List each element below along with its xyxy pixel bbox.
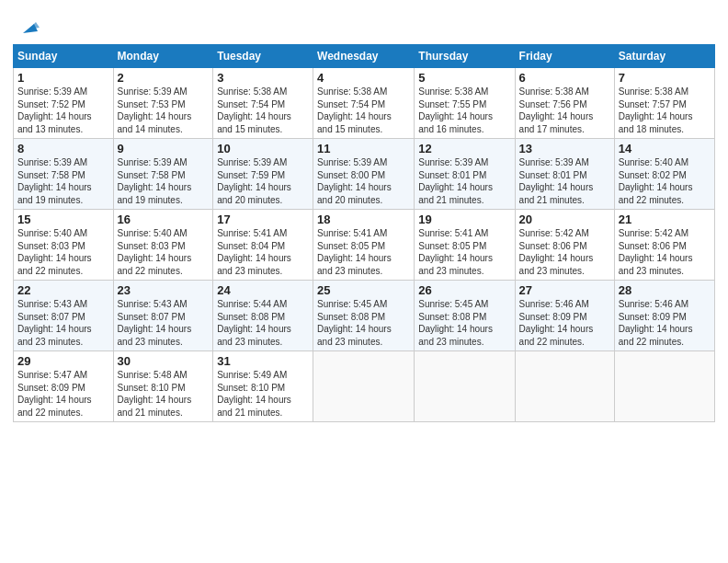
calendar-cell: 30Sunrise: 5:48 AM Sunset: 8:10 PM Dayli… (113, 351, 213, 422)
day-number: 24 (217, 283, 309, 297)
calendar-cell: 9Sunrise: 5:39 AM Sunset: 7:58 PM Daylig… (113, 139, 213, 210)
calendar-cell: 15Sunrise: 5:40 AM Sunset: 8:03 PM Dayli… (14, 210, 114, 281)
calendar-cell: 25Sunrise: 5:45 AM Sunset: 8:08 PM Dayli… (313, 281, 415, 351)
day-info: Sunrise: 5:46 AM Sunset: 8:09 PM Dayligh… (619, 298, 711, 348)
day-number: 16 (118, 213, 210, 226)
calendar-cell (313, 351, 415, 422)
day-number: 9 (118, 142, 210, 155)
calendar-cell: 22Sunrise: 5:43 AM Sunset: 8:07 PM Dayli… (14, 281, 114, 351)
day-number: 20 (519, 213, 610, 226)
calendar-week-row: 22Sunrise: 5:43 AM Sunset: 8:07 PM Dayli… (14, 281, 715, 351)
day-info: Sunrise: 5:47 AM Sunset: 8:09 PM Dayligh… (17, 369, 109, 419)
svg-marker-1 (28, 22, 40, 29)
day-info: Sunrise: 5:40 AM Sunset: 8:03 PM Dayligh… (118, 227, 210, 277)
day-info: Sunrise: 5:38 AM Sunset: 7:56 PM Dayligh… (519, 86, 610, 135)
day-number: 1 (17, 71, 109, 85)
day-info: Sunrise: 5:39 AM Sunset: 7:58 PM Dayligh… (17, 156, 109, 206)
day-info: Sunrise: 5:49 AM Sunset: 8:10 PM Dayligh… (217, 369, 309, 419)
day-number: 27 (519, 283, 610, 297)
day-number: 29 (17, 354, 109, 368)
calendar-cell: 2Sunrise: 5:39 AM Sunset: 7:53 PM Daylig… (113, 68, 213, 139)
day-number: 8 (17, 142, 109, 155)
header (13, 9, 715, 39)
day-info: Sunrise: 5:39 AM Sunset: 7:58 PM Dayligh… (118, 156, 210, 206)
day-number: 4 (317, 71, 410, 85)
calendar-cell: 1Sunrise: 5:39 AM Sunset: 7:52 PM Daylig… (14, 68, 114, 139)
day-info: Sunrise: 5:48 AM Sunset: 8:10 PM Dayligh… (118, 369, 210, 419)
calendar-cell: 19Sunrise: 5:41 AM Sunset: 8:05 PM Dayli… (415, 210, 515, 281)
calendar-week-row: 29Sunrise: 5:47 AM Sunset: 8:09 PM Dayli… (14, 351, 715, 422)
day-info: Sunrise: 5:38 AM Sunset: 7:54 PM Dayligh… (317, 86, 410, 135)
weekday-header: Thursday (415, 45, 515, 68)
calendar-cell: 4Sunrise: 5:38 AM Sunset: 7:54 PM Daylig… (313, 68, 415, 139)
day-number: 22 (17, 283, 109, 297)
calendar-cell: 23Sunrise: 5:43 AM Sunset: 8:07 PM Dayli… (113, 281, 213, 351)
day-info: Sunrise: 5:43 AM Sunset: 8:07 PM Dayligh… (118, 298, 210, 348)
day-info: Sunrise: 5:43 AM Sunset: 8:07 PM Dayligh… (17, 298, 109, 348)
day-info: Sunrise: 5:39 AM Sunset: 8:01 PM Dayligh… (519, 156, 610, 206)
weekday-header: Monday (113, 45, 213, 68)
calendar-cell: 11Sunrise: 5:39 AM Sunset: 8:00 PM Dayli… (313, 139, 415, 210)
day-info: Sunrise: 5:44 AM Sunset: 8:08 PM Dayligh… (217, 298, 309, 348)
calendar-cell: 17Sunrise: 5:41 AM Sunset: 8:04 PM Dayli… (213, 210, 313, 281)
day-info: Sunrise: 5:40 AM Sunset: 8:03 PM Dayligh… (17, 227, 109, 277)
calendar-week-row: 15Sunrise: 5:40 AM Sunset: 8:03 PM Dayli… (14, 210, 715, 281)
day-info: Sunrise: 5:46 AM Sunset: 8:09 PM Dayligh… (519, 298, 610, 348)
day-info: Sunrise: 5:42 AM Sunset: 8:06 PM Dayligh… (519, 227, 610, 277)
calendar-cell: 12Sunrise: 5:39 AM Sunset: 8:01 PM Dayli… (415, 139, 515, 210)
weekday-header: Sunday (14, 45, 114, 68)
day-number: 21 (619, 213, 711, 226)
day-number: 30 (118, 354, 210, 368)
logo-icon (16, 15, 40, 39)
day-number: 12 (418, 142, 510, 155)
day-info: Sunrise: 5:45 AM Sunset: 8:08 PM Dayligh… (317, 298, 410, 348)
day-number: 17 (217, 213, 309, 226)
calendar-cell: 24Sunrise: 5:44 AM Sunset: 8:08 PM Dayli… (213, 281, 313, 351)
day-info: Sunrise: 5:41 AM Sunset: 8:05 PM Dayligh… (418, 227, 510, 277)
day-info: Sunrise: 5:41 AM Sunset: 8:05 PM Dayligh… (317, 227, 410, 277)
calendar-cell: 13Sunrise: 5:39 AM Sunset: 8:01 PM Dayli… (515, 139, 614, 210)
day-info: Sunrise: 5:41 AM Sunset: 8:04 PM Dayligh… (217, 227, 309, 277)
calendar-cell: 16Sunrise: 5:40 AM Sunset: 8:03 PM Dayli… (113, 210, 213, 281)
calendar-cell (415, 351, 515, 422)
calendar-cell: 28Sunrise: 5:46 AM Sunset: 8:09 PM Dayli… (614, 281, 714, 351)
day-number: 10 (217, 142, 309, 155)
calendar-cell: 5Sunrise: 5:38 AM Sunset: 7:55 PM Daylig… (415, 68, 515, 139)
day-info: Sunrise: 5:45 AM Sunset: 8:08 PM Dayligh… (418, 298, 510, 348)
calendar-cell: 29Sunrise: 5:47 AM Sunset: 8:09 PM Dayli… (14, 351, 114, 422)
day-number: 28 (619, 283, 711, 297)
day-number: 26 (418, 283, 510, 297)
day-info: Sunrise: 5:39 AM Sunset: 7:52 PM Dayligh… (17, 86, 109, 135)
calendar-cell: 18Sunrise: 5:41 AM Sunset: 8:05 PM Dayli… (313, 210, 415, 281)
weekday-header: Saturday (614, 45, 714, 68)
day-info: Sunrise: 5:39 AM Sunset: 8:00 PM Dayligh… (317, 156, 410, 206)
day-number: 13 (519, 142, 610, 155)
day-info: Sunrise: 5:39 AM Sunset: 7:53 PM Dayligh… (118, 86, 210, 135)
day-info: Sunrise: 5:39 AM Sunset: 8:01 PM Dayligh… (418, 156, 510, 206)
page: SundayMondayTuesdayWednesdayThursdayFrid… (0, 0, 728, 563)
calendar-cell: 14Sunrise: 5:40 AM Sunset: 8:02 PM Dayli… (614, 139, 714, 210)
day-number: 25 (317, 283, 410, 297)
calendar-week-row: 1Sunrise: 5:39 AM Sunset: 7:52 PM Daylig… (14, 68, 715, 139)
calendar-cell: 20Sunrise: 5:42 AM Sunset: 8:06 PM Dayli… (515, 210, 614, 281)
calendar-header-row: SundayMondayTuesdayWednesdayThursdayFrid… (14, 45, 715, 68)
calendar-cell: 31Sunrise: 5:49 AM Sunset: 8:10 PM Dayli… (213, 351, 313, 422)
day-number: 31 (217, 354, 309, 368)
day-info: Sunrise: 5:38 AM Sunset: 7:54 PM Dayligh… (217, 86, 309, 135)
day-info: Sunrise: 5:40 AM Sunset: 8:02 PM Dayligh… (619, 156, 711, 206)
weekday-header: Friday (515, 45, 614, 68)
day-number: 7 (619, 71, 711, 85)
day-info: Sunrise: 5:38 AM Sunset: 7:57 PM Dayligh… (619, 86, 711, 135)
calendar-cell: 27Sunrise: 5:46 AM Sunset: 8:09 PM Dayli… (515, 281, 614, 351)
day-number: 5 (418, 71, 510, 85)
day-number: 18 (317, 213, 410, 226)
weekday-header: Tuesday (213, 45, 313, 68)
day-number: 2 (118, 71, 210, 85)
logo-area (13, 13, 40, 39)
calendar-cell (614, 351, 714, 422)
calendar-cell: 6Sunrise: 5:38 AM Sunset: 7:56 PM Daylig… (515, 68, 614, 139)
calendar-cell: 8Sunrise: 5:39 AM Sunset: 7:58 PM Daylig… (14, 139, 114, 210)
weekday-header: Wednesday (313, 45, 415, 68)
day-number: 11 (317, 142, 410, 155)
calendar-cell: 3Sunrise: 5:38 AM Sunset: 7:54 PM Daylig… (213, 68, 313, 139)
